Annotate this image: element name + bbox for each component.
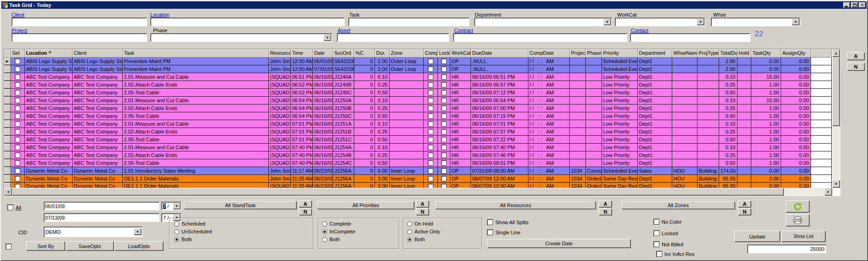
grid-cell[interactable]: 0.00 [781, 57, 811, 65]
grid-cell[interactable]: 0 [354, 174, 374, 182]
grid-cell[interactable]: 0 [354, 135, 374, 143]
grid-cell[interactable]: OP [450, 167, 471, 174]
grid-cell[interactable]: ABC Test Company [24, 120, 72, 128]
grid-cell[interactable]: J1251C [333, 135, 354, 143]
grid-cell[interactable]: 06/16/09 [312, 143, 333, 151]
grid-cell[interactable]: ABC Test Company [24, 143, 72, 151]
chevron-down-icon[interactable]: ▼ [603, 18, 611, 25]
grid-cell[interactable]: Dept1 [637, 57, 672, 65]
grid-cell[interactable]: 06/16/09 06:54 PM [471, 96, 528, 104]
grid-cell[interactable]: 2.00 [719, 65, 737, 73]
comp-checkbox[interactable] [428, 105, 433, 111]
grid-cell[interactable]: Dept1 [637, 151, 672, 159]
grid-cell[interactable]: Dept1 [637, 159, 672, 167]
grid-cell[interactable]: Dynamic Metal Co [72, 174, 122, 182]
sel-checkbox[interactable] [15, 160, 20, 166]
row-selector[interactable] [4, 81, 11, 88]
grid-cell[interactable] [585, 143, 601, 151]
column-header[interactable]: Project [569, 49, 585, 57]
grid-cell[interactable]: (SQUAD 1 [268, 104, 290, 112]
grid-cell[interactable]: HOU [672, 167, 697, 174]
grid-cell[interactable]: 0.10 [719, 143, 737, 151]
grid-cell[interactable]: 6.00 [374, 167, 389, 174]
grid-cell[interactable]: Dept1 [637, 120, 672, 128]
grid-cell[interactable] [585, 96, 601, 104]
grid-cell[interactable]: 0 [354, 104, 374, 112]
grid-cell[interactable]: ABC Test Company [24, 135, 72, 143]
grid-cell[interactable]: 15.00 [751, 73, 781, 81]
grid-cell[interactable]: 06/16/09 07:46 PM [471, 151, 528, 159]
grid-cell[interactable]: Scheduled Event [601, 167, 637, 174]
chevron-down-icon[interactable]: ▼ [173, 203, 181, 209]
grid-cell[interactable]: HR [450, 81, 471, 88]
grid-cell[interactable] [569, 135, 585, 143]
update-button[interactable]: Update [734, 231, 780, 242]
grid-cell[interactable]: ABC Test Company [72, 151, 122, 159]
grid-cell[interactable] [389, 159, 423, 167]
column-header[interactable]: WorkCat [450, 49, 471, 57]
grid-cell[interactable]: Low Priority [601, 151, 637, 159]
grid-cell[interactable] [389, 88, 423, 96]
radio-hold-both[interactable]: Both [407, 237, 425, 242]
sel-checkbox[interactable] [15, 145, 20, 150]
comp-checkbox[interactable] [428, 113, 433, 119]
grid-cell[interactable]: 11:17 AM [290, 167, 312, 174]
grid-cell[interactable]: 06/16/09 07:07 PM [471, 128, 528, 135]
grid-cell[interactable]: 0.00 [781, 73, 811, 81]
lock-checkbox[interactable] [441, 98, 447, 103]
grid-cell[interactable]: HR [450, 128, 471, 135]
zones-all-button-left[interactable]: A [599, 200, 612, 208]
grid-cell[interactable] [389, 81, 423, 88]
grid-cell[interactable]: 0 [354, 88, 374, 96]
client-link[interactable]: Client [11, 12, 24, 17]
row-selector[interactable] [4, 159, 11, 167]
grid-cell[interactable]: ABIS Lego Supply Store [24, 57, 72, 65]
grid-cell[interactable]: 0.10 [719, 120, 737, 128]
lock-checkbox[interactable] [441, 129, 447, 134]
grid-cell[interactable] [737, 104, 751, 112]
grid-cell[interactable] [737, 128, 751, 135]
grid-cell[interactable]: 2.05-Test Cable [122, 135, 268, 143]
grid-cell[interactable]: 06/16/09 07:22 PM [471, 135, 528, 143]
grid-cell[interactable]: 1.00 [751, 143, 781, 151]
grid-cell[interactable]: Building [697, 174, 719, 182]
grid-cell[interactable] [672, 88, 697, 96]
grid-cell[interactable]: 0.00 [781, 143, 811, 151]
grid-cell[interactable]: 0.50 [374, 135, 389, 143]
grid-cell[interactable]: Dept1 [637, 88, 672, 96]
grid-cell[interactable]: (SQUAD 1 [268, 112, 290, 120]
project-input[interactable] [11, 33, 147, 42]
grid-cell[interactable] [697, 128, 719, 135]
grid-cell[interactable]: Dynamic Metal Co [24, 167, 72, 174]
grid-cell[interactable]: / / : : AM [528, 128, 569, 135]
grid-cell[interactable]: J1249B [333, 81, 354, 88]
radio-unscheduled[interactable]: UnScheduled [174, 229, 212, 234]
grid-cell[interactable]: 12:00 AM [290, 57, 312, 65]
grid-cell[interactable]: 0.00 [781, 65, 811, 73]
column-header[interactable]: Phase [585, 49, 601, 57]
grid-cell[interactable]: 06:52 PM [290, 88, 312, 96]
grid-cell[interactable]: / / : : AM [528, 143, 569, 151]
grid-cell[interactable]: 0 [354, 81, 374, 88]
column-header[interactable]: Priority [601, 49, 637, 57]
contact-input[interactable] [630, 33, 750, 42]
task-input[interactable] [348, 17, 469, 26]
grid-cell[interactable]: 0.25 [374, 151, 389, 159]
grid-cell[interactable]: ABC Test Company [24, 151, 72, 159]
grid-cell[interactable] [389, 96, 423, 104]
grid-cell[interactable]: 06/16/09 [312, 128, 333, 135]
grid-cell[interactable]: Inner Loop [389, 167, 423, 174]
grid-cell[interactable]: 06/16/09 [312, 112, 333, 120]
column-header[interactable] [4, 49, 11, 57]
sel-checkbox[interactable] [15, 121, 20, 127]
grid-cell[interactable]: (SQUAD 1 [268, 135, 290, 143]
row-selector[interactable] [4, 151, 11, 159]
all-resources-button[interactable]: All Resources [435, 201, 596, 209]
location-link[interactable]: Location [150, 12, 170, 17]
grid-all-button[interactable]: A [847, 52, 865, 60]
row-selector[interactable] [4, 174, 11, 182]
zones-all-button-right[interactable]: A [738, 200, 751, 208]
priorities-all-button[interactable]: A [416, 200, 429, 208]
grid-cell[interactable] [389, 151, 423, 159]
grid-cell[interactable]: 0 [354, 73, 374, 81]
